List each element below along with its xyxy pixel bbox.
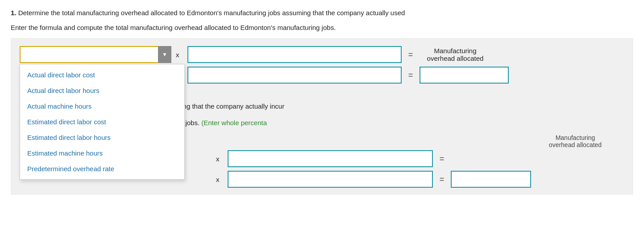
equals-2: = bbox=[406, 71, 415, 80]
mfg-label-area-text: Manufacturing overhead allocated bbox=[535, 134, 615, 148]
dropdown-item-3[interactable]: Estimated direct labor cost bbox=[20, 114, 184, 130]
formula-container-1: ▼ Actual direct labor cost Actual direct… bbox=[11, 38, 633, 92]
s2-formula-input-1[interactable] bbox=[228, 150, 433, 167]
dropdown-item-5[interactable]: Estimated machine hours bbox=[20, 145, 184, 161]
s2-operator-x-1: x bbox=[216, 155, 223, 163]
mfg-line1-2: Manufacturing bbox=[556, 134, 595, 141]
subtext1: Enter the formula and compute the total … bbox=[11, 23, 633, 33]
s2-result-input[interactable] bbox=[451, 171, 531, 188]
dropdown-item-0[interactable]: Actual direct labor cost bbox=[20, 67, 184, 83]
section2-green-text: (Enter whole percenta bbox=[201, 119, 267, 127]
result-label-line2: overhead allocated bbox=[427, 55, 484, 62]
dropdown-wrapper[interactable]: ▼ Actual direct labor cost Actual direct… bbox=[20, 46, 171, 63]
mfg-line2-2: overhead allocated bbox=[549, 141, 602, 148]
dropdown-item-6[interactable]: Predetermined overhead rate bbox=[20, 161, 184, 177]
question1-text: 1. Determine the total manufacturing ove… bbox=[11, 8, 633, 18]
s2-equals-1: = bbox=[437, 154, 446, 164]
dropdown-item-1[interactable]: Actual direct labor hours bbox=[20, 83, 184, 98]
result-input-1[interactable] bbox=[420, 67, 509, 84]
operator-x-1: x bbox=[176, 51, 183, 59]
formula-input-2[interactable] bbox=[187, 67, 402, 84]
question1-body: Determine the total manufacturing overhe… bbox=[18, 9, 405, 17]
equals-1: = bbox=[406, 50, 415, 59]
s2-operator-x-2: x bbox=[216, 176, 223, 183]
dropdown-menu: Actual direct labor cost Actual direct l… bbox=[20, 64, 185, 180]
s2-equals-2: = bbox=[437, 175, 446, 184]
dropdown-item-4[interactable]: Estimated direct labor hours bbox=[20, 130, 184, 145]
result-label-line1: Manufacturing bbox=[434, 47, 476, 55]
question1-number: 1. bbox=[11, 9, 17, 17]
formula-input-1[interactable] bbox=[187, 46, 402, 63]
dropdown-item-2[interactable]: Actual machine hours bbox=[20, 98, 184, 114]
s2-formula-input-2[interactable] bbox=[228, 171, 433, 188]
dropdown-input[interactable] bbox=[20, 46, 171, 63]
page-content: 1. Determine the total manufacturing ove… bbox=[0, 0, 644, 195]
result-header-1: Manufacturing overhead allocated bbox=[420, 47, 491, 62]
formula-row-1: ▼ Actual direct labor cost Actual direct… bbox=[20, 46, 624, 63]
